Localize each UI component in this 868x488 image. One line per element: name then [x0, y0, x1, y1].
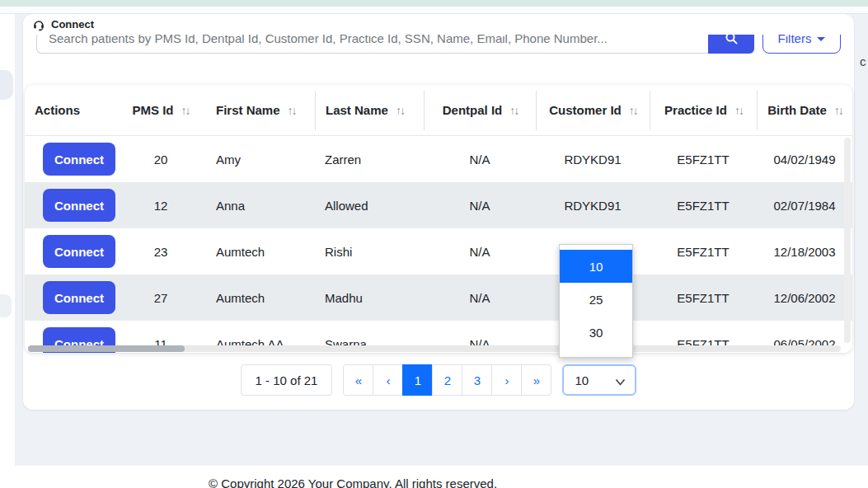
first-page-button[interactable]: « [343, 364, 373, 396]
cell-last-name: Allowed [315, 182, 424, 228]
connect-button[interactable]: Connect [43, 281, 115, 314]
pagination-range-label: 1 - 10 of 21 [241, 364, 333, 396]
cell-first-name: Aumtech [206, 228, 315, 274]
cell-first-name: Aumtech [206, 274, 315, 321]
sort-icon[interactable]: ↑↓ [181, 104, 190, 117]
search-icon [725, 35, 739, 45]
chevron-down-icon [614, 376, 626, 388]
cell-first-name: Anna [206, 182, 315, 228]
headset-icon [32, 18, 45, 31]
cell-pms-id: 27 [115, 274, 206, 321]
cell-practice-id: E5FZ1TT [650, 228, 757, 274]
connect-tab-label: Connect [51, 18, 94, 30]
sort-icon[interactable]: ↑↓ [629, 104, 637, 117]
page-size-value: 10 [575, 373, 589, 387]
table-header-row: Actions PMS Id↑↓ First Name↑↓ Last Name↑… [25, 85, 852, 136]
sidebar [0, 14, 15, 488]
copyright-text: © Copyright 2026 Your Company. All right… [209, 476, 497, 488]
page-button-1[interactable]: 1 [402, 364, 433, 396]
cell-customer-id: RDYKD91 [536, 136, 650, 182]
horizontal-scrollbar[interactable] [28, 345, 841, 352]
cell-birth-date: 12/18/2003 [757, 228, 852, 274]
column-header-last-name[interactable]: Last Name↑↓ [315, 91, 424, 130]
cell-birth-date: 04/02/1949 [757, 136, 852, 182]
main-card: Connect Filters Actions [23, 14, 854, 410]
sort-icon[interactable]: ↑↓ [509, 104, 518, 117]
connect-button[interactable]: Connect [43, 235, 115, 268]
column-header-practice-id[interactable]: Practice Id↑↓ [650, 91, 757, 130]
cell-birth-date: 02/07/1984 [757, 182, 852, 228]
cell-last-name: Madhu [315, 274, 424, 321]
column-header-dentpal-id[interactable]: Dentpal Id↑↓ [424, 91, 536, 130]
column-header-customer-id[interactable]: Customer Id↑↓ [536, 91, 650, 130]
caret-down-icon [817, 37, 825, 41]
page-button-3[interactable]: 3 [462, 364, 492, 396]
pagination: 1 - 10 of 21 « ‹ 1 2 3 › » 10 [23, 364, 854, 396]
sort-icon[interactable]: ↑↓ [288, 104, 296, 117]
sort-icon[interactable]: ↑↓ [734, 104, 743, 117]
last-page-button[interactable]: » [521, 364, 551, 396]
next-page-button[interactable]: › [491, 364, 522, 396]
table-row: Connect 23 Aumtech Rishi N/A E5FZ1TT 12/… [25, 228, 852, 274]
clipped-edge-text: c [860, 54, 866, 68]
filters-button[interactable]: Filters [762, 35, 841, 54]
sort-icon[interactable]: ↑↓ [396, 104, 404, 117]
cell-last-name: Zarren [315, 136, 424, 182]
cell-pms-id: 12 [115, 182, 206, 228]
top-white-strip [0, 7, 868, 14]
cell-practice-id: E5FZ1TT [650, 136, 757, 182]
search-button[interactable] [708, 35, 754, 54]
footer: © Copyright 2026 Your Company. All right… [0, 466, 868, 488]
connect-tab[interactable]: Connect [23, 14, 854, 35]
vertical-scrollbar[interactable] [844, 138, 851, 343]
page-size-option-10[interactable]: 10 [560, 250, 632, 283]
cell-dentpal-id: N/A [424, 228, 536, 274]
column-header-pms-id[interactable]: PMS Id↑↓ [115, 91, 206, 130]
column-header-birth-date[interactable]: Birth Date↑↓ [757, 91, 852, 130]
top-mint-strip [0, 0, 868, 7]
cell-dentpal-id: N/A [424, 274, 536, 321]
sidebar-item-fragment[interactable] [0, 70, 13, 100]
pagination-controls: « ‹ 1 2 3 › » [343, 364, 551, 396]
cell-customer-id: RDYKD91 [536, 182, 650, 228]
cell-last-name: Rishi [315, 228, 424, 274]
table-row: Connect 20 Amy Zarren N/A RDYKD91 E5FZ1T… [25, 136, 852, 182]
cell-birth-date: 12/06/2002 [757, 274, 852, 321]
table-row: Connect 27 Aumtech Madhu N/A E5FZ1TT 12/… [25, 274, 852, 321]
filters-button-label: Filters [778, 35, 812, 45]
horizontal-scrollbar-thumb[interactable] [28, 345, 185, 352]
sidebar-item-fragment[interactable] [0, 294, 12, 317]
page-size-option-25[interactable]: 25 [560, 283, 632, 316]
cell-pms-id: 20 [115, 136, 206, 182]
cell-first-name: Amy [206, 136, 315, 182]
sort-icon[interactable]: ↑↓ [834, 104, 842, 117]
prev-page-button[interactable]: ‹ [373, 364, 403, 396]
page-button-2[interactable]: 2 [432, 364, 462, 396]
search-section: Filters [36, 35, 841, 54]
connect-button[interactable]: Connect [43, 143, 115, 176]
column-header-actions: Actions [25, 91, 115, 130]
cell-practice-id: E5FZ1TT [650, 182, 757, 228]
cell-dentpal-id: N/A [424, 182, 536, 228]
cell-pms-id: 23 [115, 228, 206, 274]
page-size-option-30[interactable]: 30 [560, 316, 632, 349]
page-size-dropdown: 10 25 30 [559, 244, 633, 358]
page-size-select[interactable]: 10 [562, 364, 636, 396]
search-input[interactable] [36, 35, 708, 54]
cell-practice-id: E5FZ1TT [650, 274, 757, 321]
table-row: Connect 12 Anna Allowed N/A RDYKD91 E5FZ… [25, 182, 852, 228]
column-header-first-name[interactable]: First Name↑↓ [206, 91, 315, 130]
patients-table: Actions PMS Id↑↓ First Name↑↓ Last Name↑… [25, 85, 852, 353]
connect-button[interactable]: Connect [43, 189, 115, 222]
cell-dentpal-id: N/A [424, 136, 536, 182]
